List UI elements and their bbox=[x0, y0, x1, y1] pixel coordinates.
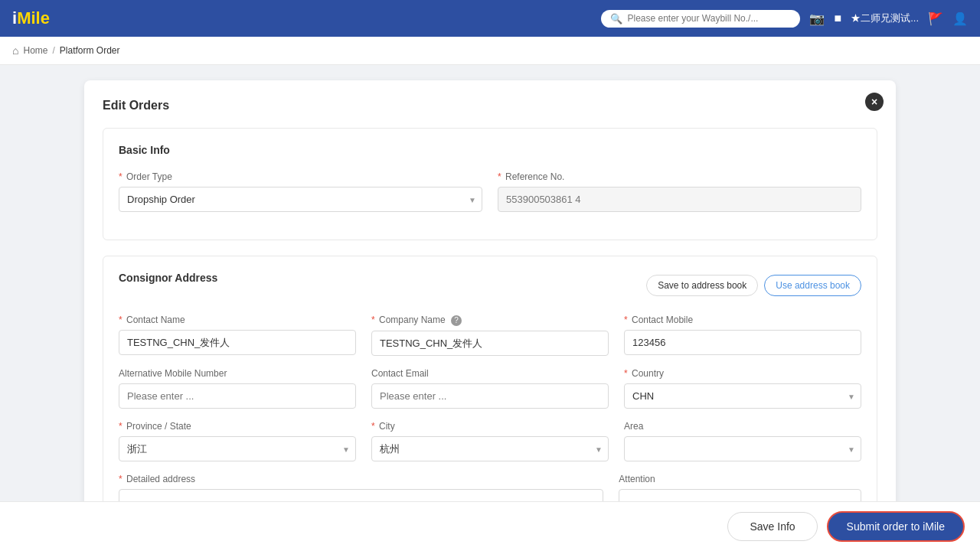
reference-no-input[interactable] bbox=[498, 187, 861, 212]
basic-info-title: Basic Info bbox=[119, 144, 861, 156]
reference-no-group: * Reference No. bbox=[498, 171, 861, 212]
contact-mobile-input[interactable] bbox=[624, 330, 861, 355]
search-bar[interactable]: 🔍 bbox=[601, 10, 800, 28]
order-type-label: * Order Type bbox=[119, 171, 482, 182]
city-select[interactable]: 杭州 bbox=[371, 436, 609, 461]
flag-icon[interactable]: 🚩 bbox=[928, 11, 943, 26]
contact-mobile-label: * Contact Mobile bbox=[624, 315, 861, 325]
alt-mobile-input[interactable] bbox=[119, 383, 356, 409]
save-address-button[interactable]: Save to address book bbox=[646, 275, 758, 296]
consignor-row-3: * Province / State 浙江 ▼ * City bbox=[119, 421, 861, 461]
basic-info-section: Basic Info * Order Type Dropship Order ▼ bbox=[103, 128, 877, 240]
save-info-button[interactable]: Save Info bbox=[727, 512, 817, 541]
header-right: 🔍 📷 ■ ★二师兄测试... 🚩 👤 bbox=[601, 10, 968, 28]
address-book-buttons: Save to address book Use address book bbox=[646, 275, 861, 296]
edit-orders-card: Edit Orders × Basic Info * Order Type Dr… bbox=[84, 80, 896, 551]
use-address-button[interactable]: Use address book bbox=[764, 275, 861, 296]
province-select[interactable]: 浙江 bbox=[119, 436, 356, 461]
user-icon[interactable]: 👤 bbox=[952, 11, 968, 26]
city-group: * City 杭州 ▼ bbox=[371, 421, 609, 461]
area-select[interactable] bbox=[624, 436, 861, 461]
company-name-help-icon[interactable]: ? bbox=[451, 315, 462, 326]
order-type-group: * Order Type Dropship Order ▼ bbox=[119, 171, 482, 212]
consignor-row-2: Alternative Mobile Number Contact Email … bbox=[119, 368, 861, 409]
consignor-section: Consignor Address Save to address book U… bbox=[103, 256, 877, 543]
logo-mile: Mile bbox=[17, 8, 50, 28]
province-label: * Province / State bbox=[119, 421, 356, 432]
contact-email-input[interactable] bbox=[371, 383, 609, 409]
province-select-wrapper: 浙江 ▼ bbox=[119, 436, 356, 461]
city-label: * City bbox=[371, 421, 609, 432]
consignor-section-header: Consignor Address Save to address book U… bbox=[119, 272, 861, 299]
detailed-address-label: * Detailed address bbox=[119, 474, 603, 484]
reference-no-label: * Reference No. bbox=[498, 171, 861, 182]
province-group: * Province / State 浙江 ▼ bbox=[119, 421, 356, 461]
contact-mobile-group: * Contact Mobile bbox=[624, 315, 861, 356]
attention-label: Attention bbox=[619, 474, 861, 484]
breadcrumb-home[interactable]: Home bbox=[23, 45, 47, 56]
area-label: Area bbox=[624, 421, 861, 432]
order-type-select-wrapper: Dropship Order ▼ bbox=[119, 187, 482, 212]
contact-email-label: Contact Email bbox=[371, 368, 609, 379]
footer: Save Info Submit order to iMile bbox=[0, 501, 980, 551]
country-group: * Country CHN ▼ bbox=[624, 368, 861, 409]
company-name-input[interactable] bbox=[371, 331, 609, 356]
company-name-label: * Company Name ? bbox=[371, 315, 609, 326]
submit-order-button[interactable]: Submit order to iMile bbox=[827, 511, 965, 542]
area-group: Area ▼ bbox=[624, 421, 861, 461]
search-input[interactable] bbox=[627, 13, 791, 24]
order-type-select[interactable]: Dropship Order bbox=[119, 187, 482, 212]
order-type-required: * bbox=[119, 171, 122, 182]
consignor-title: Consignor Address bbox=[119, 272, 217, 284]
country-label: * Country bbox=[624, 368, 861, 379]
alt-mobile-group: Alternative Mobile Number bbox=[119, 368, 356, 409]
user-name: ★二师兄测试... bbox=[851, 11, 919, 25]
breadcrumb: ⌂ Home / Platform Order bbox=[0, 37, 980, 65]
logo: iMile bbox=[12, 8, 50, 28]
area-select-wrapper: ▼ bbox=[624, 436, 861, 461]
contact-name-input[interactable] bbox=[119, 330, 356, 355]
contact-email-group: Contact Email bbox=[371, 368, 609, 409]
alt-mobile-label: Alternative Mobile Number bbox=[119, 368, 356, 379]
consignor-row-1: * Contact Name * Company Name ? * bbox=[119, 315, 861, 356]
city-select-wrapper: 杭州 ▼ bbox=[371, 436, 609, 461]
country-select-wrapper: CHN ▼ bbox=[624, 383, 861, 409]
country-select[interactable]: CHN bbox=[624, 383, 861, 409]
camera-icon[interactable]: 📷 bbox=[809, 11, 825, 26]
page-title: Edit Orders bbox=[103, 99, 877, 112]
contact-name-label: * Contact Name bbox=[119, 315, 356, 325]
contact-name-group: * Contact Name bbox=[119, 315, 356, 356]
home-icon: ⌂ bbox=[12, 44, 18, 57]
main-content: Edit Orders × Basic Info * Order Type Dr… bbox=[69, 65, 911, 551]
basic-info-row: * Order Type Dropship Order ▼ * Referenc… bbox=[119, 171, 861, 212]
company-name-group: * Company Name ? bbox=[371, 315, 609, 356]
reference-no-required: * bbox=[498, 171, 501, 182]
breadcrumb-current: Platform Order bbox=[60, 45, 120, 56]
close-button[interactable]: × bbox=[865, 93, 884, 111]
search-icon: 🔍 bbox=[610, 13, 622, 24]
grid-icon[interactable]: ■ bbox=[834, 11, 841, 25]
breadcrumb-separator: / bbox=[52, 45, 54, 56]
header: iMile 🔍 📷 ■ ★二师兄测试... 🚩 👤 bbox=[0, 0, 980, 37]
